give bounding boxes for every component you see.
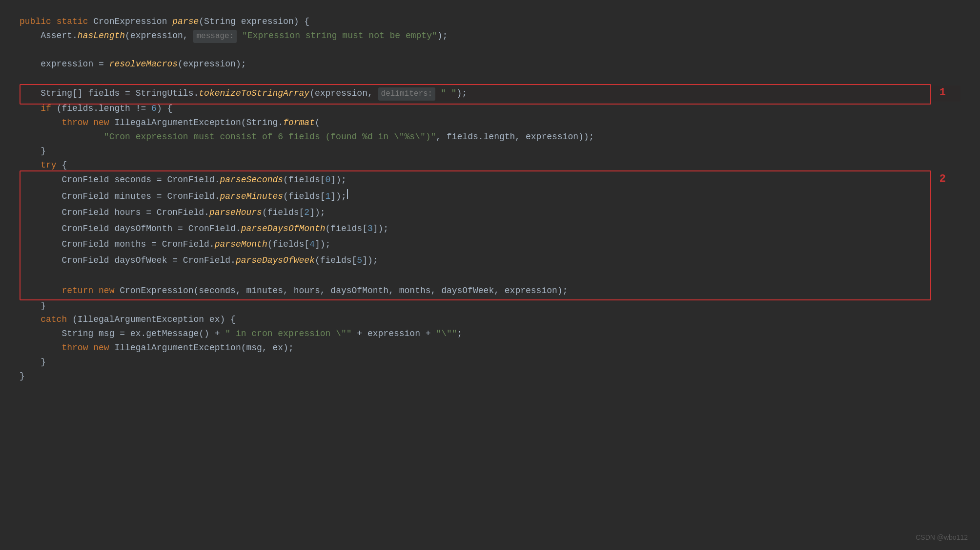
- code-line-days-of-week: CronField daysOfWeek = CronField. parseD…: [20, 253, 960, 269]
- code-line: "Cron expression must consist of 6 field…: [20, 130, 960, 144]
- code-line-fields: String [] fields = StringUtils. tokenize…: [20, 85, 960, 102]
- number-3: 3: [368, 222, 373, 236]
- string-in-cron: " in cron expression \"": [225, 327, 351, 341]
- number-5: 5: [357, 254, 362, 268]
- method-parseDaysOfMonth: parseDaysOfMonth: [241, 222, 326, 236]
- method-resolveMacros: resolveMacros: [109, 57, 178, 71]
- keyword-new-3: new: [93, 341, 109, 355]
- code-line: }: [20, 144, 960, 158]
- code-line-throw2: throw new IllegalArgumentException(msg, …: [20, 341, 960, 355]
- code-line: throw new IllegalArgumentException(Strin…: [20, 116, 960, 130]
- string-delimiter: " ": [441, 86, 456, 101]
- code-line: Assert. hasLength (expression, message: …: [20, 29, 960, 43]
- code-line-days-of-month: CronField daysOfMonth = CronField. parse…: [20, 221, 960, 237]
- red-box-2-region: CronField seconds = CronField. parseSeco…: [20, 172, 960, 298]
- code-container: public static CronExpression parse (Stri…: [0, 0, 980, 398]
- annotation-2: 2: [939, 170, 946, 188]
- code-line: }: [20, 355, 960, 369]
- code-line: expression = resolveMacros (expression);: [20, 57, 960, 71]
- keyword-static: static: [57, 15, 88, 29]
- code-line-empty: [20, 71, 960, 85]
- keyword-catch: catch: [20, 313, 67, 327]
- number-4: 4: [309, 237, 315, 252]
- code-line-seconds: CronField seconds = CronField. parseSeco…: [20, 172, 960, 188]
- code-line: if (fields.length != 6 ) {: [20, 102, 960, 116]
- keyword-string: String: [41, 86, 72, 101]
- number-6: 6: [151, 102, 157, 116]
- keyword-new-2: new: [99, 284, 114, 298]
- keyword-if: if: [41, 102, 51, 116]
- method-parseMinutes: parseMinutes: [220, 190, 283, 204]
- param-hint-delimiters: delimiters:: [378, 87, 436, 101]
- red-box-1-region: String [] fields = StringUtils. tokenize…: [20, 85, 960, 102]
- code-line-minutes: CronField minutes = CronField. parseMinu…: [20, 188, 960, 205]
- param-hint-message: message:: [193, 30, 237, 43]
- number-0: 0: [326, 173, 331, 187]
- code-line: public static CronExpression parse (Stri…: [20, 15, 960, 29]
- keyword-throw-2: throw: [61, 341, 88, 355]
- method-parseSeconds: parseSeconds: [220, 173, 283, 187]
- keyword-try: try: [20, 158, 57, 172]
- code-line-end: }: [20, 369, 960, 383]
- method-parseDaysOfWeek: parseDaysOfWeek: [236, 254, 315, 268]
- code-line-empty: [20, 269, 960, 283]
- method-format: format: [283, 116, 315, 130]
- method-parseHours: parseHours: [209, 206, 262, 220]
- code-line-catch: catch (IllegalArgumentException ex) {: [20, 313, 960, 327]
- keyword-new: new: [93, 116, 109, 130]
- method-hasLength: hasLength: [78, 29, 125, 43]
- number-1: 1: [326, 190, 331, 204]
- annotation-1: 1: [939, 84, 946, 101]
- code-line-return: return new CronExpression(seconds, minut…: [20, 283, 960, 299]
- code-line-msg: String msg = ex.getMessage() + " in cron…: [20, 327, 960, 341]
- code-line-months: CronField months = CronField. parseMonth…: [20, 236, 960, 253]
- code-line-try: try {: [20, 158, 960, 172]
- keyword-public: public: [20, 15, 51, 29]
- keyword-throw: throw: [61, 116, 88, 130]
- watermark: CSDN @wbo112: [916, 532, 968, 543]
- string-expression-empty: "Expression string must not be empty": [242, 29, 437, 43]
- string-cron-error: "Cron expression must consist of 6 field…: [104, 130, 436, 144]
- method-parseMonth: parseMonth: [215, 237, 267, 252]
- method-parse: parse: [172, 15, 199, 29]
- code-line-hours: CronField hours = CronField. parseHours …: [20, 205, 960, 221]
- method-tokenize: tokenizeToStringArray: [199, 86, 309, 101]
- code-line-empty: [20, 43, 960, 57]
- keyword-return: return: [61, 284, 93, 298]
- text-cursor: [347, 189, 348, 199]
- keyword-string-2: String: [61, 327, 93, 341]
- number-2: 2: [304, 206, 309, 220]
- code-line: }: [20, 299, 960, 313]
- string-closing-quote: "\"": [436, 327, 457, 341]
